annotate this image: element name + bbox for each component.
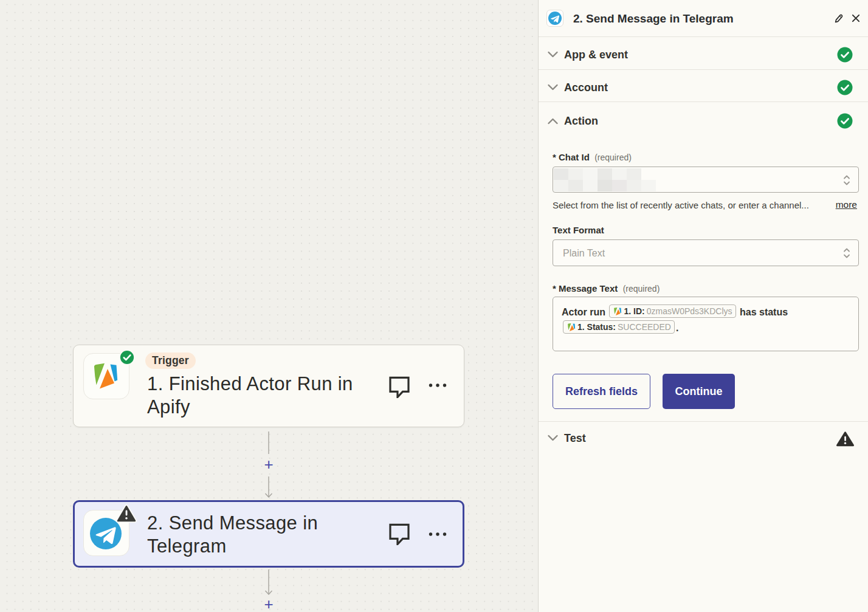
- svg-text:+: +: [264, 455, 273, 473]
- svg-text:+: +: [264, 595, 273, 612]
